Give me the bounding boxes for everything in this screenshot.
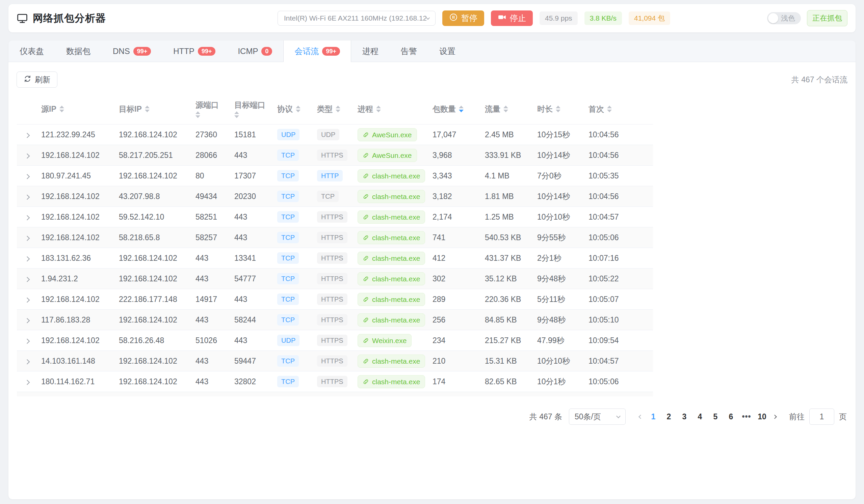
- process-badge[interactable]: AweSun.exe: [358, 128, 417, 142]
- interface-select[interactable]: Intel(R) Wi-Fi 6E AX211 160MHz (192.168.…: [277, 11, 435, 26]
- sort-carets-icon[interactable]: [59, 106, 64, 112]
- tab-ICMP[interactable]: ICMP0: [227, 40, 283, 62]
- column-header-traffic[interactable]: 流量: [481, 95, 533, 124]
- sort-carets-icon[interactable]: [376, 106, 381, 112]
- table-row[interactable]: 121.232.99.245192.168.124.1022736015181U…: [17, 124, 653, 145]
- expand-chevron-icon[interactable]: [24, 174, 30, 179]
- column-header-type[interactable]: 类型: [313, 95, 353, 124]
- refresh-button[interactable]: 刷新: [16, 72, 57, 88]
- tab-HTTP[interactable]: HTTP99+: [162, 40, 227, 62]
- sort-carets-icon[interactable]: [556, 106, 561, 112]
- column-header-src_ip[interactable]: 源IP: [37, 95, 115, 124]
- expand-chevron-icon[interactable]: [24, 133, 30, 138]
- column-header-duration[interactable]: 时长: [533, 95, 585, 124]
- stop-button[interactable]: 停止: [491, 11, 533, 26]
- cell-packets: 741: [429, 228, 481, 248]
- expand-cell: [17, 289, 37, 310]
- cell-type: HTTPS: [313, 248, 353, 269]
- table-row[interactable]: 192.168.124.10259.52.142.1058251443TCPHT…: [17, 207, 653, 228]
- expand-chevron-icon[interactable]: [24, 339, 30, 344]
- tab-告警[interactable]: 告警: [389, 40, 428, 62]
- prev-page-button[interactable]: [639, 415, 642, 418]
- sort-carets-icon[interactable]: [145, 106, 149, 112]
- tab-会话流[interactable]: 会话流99+: [283, 40, 351, 62]
- table-row[interactable]: 192.168.124.10243.207.98.84943420230TCPT…: [17, 186, 653, 207]
- cell-src_ip: 192.168.124.102: [37, 186, 115, 207]
- sort-carets-icon[interactable]: [296, 106, 300, 112]
- expand-chevron-icon[interactable]: [24, 276, 30, 282]
- expand-chevron-icon[interactable]: [24, 359, 30, 364]
- cell-src_port: 80: [191, 165, 230, 186]
- table-row[interactable]: 180.114.162.71192.168.124.10244332802TCP…: [17, 371, 653, 392]
- process-badge[interactable]: clash-meta.exe: [358, 231, 425, 244]
- tab-数据包[interactable]: 数据包: [55, 40, 101, 62]
- table-row[interactable]: 192.168.124.102222.186.177.14814917443TC…: [17, 289, 653, 310]
- column-header-packets[interactable]: 包数量: [429, 95, 481, 124]
- expand-chevron-icon[interactable]: [24, 380, 30, 385]
- expand-chevron-icon[interactable]: [24, 153, 30, 159]
- tab-设置[interactable]: 设置: [428, 40, 467, 62]
- column-header-protocol[interactable]: 协议: [273, 95, 313, 124]
- process-badge[interactable]: AweSun.exe: [358, 149, 417, 162]
- pause-button[interactable]: 暂停: [442, 11, 484, 26]
- page-size-select[interactable]: 50条/页: [569, 408, 626, 425]
- page-button-5[interactable]: 5: [708, 412, 723, 421]
- process-badge[interactable]: clash-meta.exe: [358, 169, 425, 183]
- process-badge[interactable]: clash-meta.exe: [358, 314, 425, 327]
- process-badge[interactable]: clash-meta.exe: [358, 355, 425, 368]
- page-button-10[interactable]: 10: [754, 412, 770, 421]
- page-button-4[interactable]: 4: [692, 412, 708, 421]
- sort-carets-icon[interactable]: [503, 106, 508, 112]
- page-button-1[interactable]: 1: [646, 412, 661, 421]
- next-page-button[interactable]: [773, 415, 776, 418]
- process-badge[interactable]: clash-meta.exe: [358, 272, 425, 285]
- expand-chevron-icon[interactable]: [24, 256, 30, 261]
- cell-packets: 174: [429, 371, 481, 392]
- goto-page-input[interactable]: [809, 408, 834, 425]
- table-row[interactable]: 192.168.124.10258.217.205.25128066443TCP…: [17, 145, 653, 165]
- expand-chevron-icon[interactable]: [24, 297, 30, 303]
- table-row[interactable]: 1.94.231.2192.168.124.10244354777TCPHTTP…: [17, 269, 653, 289]
- sort-carets-icon[interactable]: [459, 106, 464, 112]
- column-header-dst_ip[interactable]: 目标IP: [115, 95, 191, 124]
- process-badge[interactable]: clash-meta.exe: [358, 375, 425, 388]
- process-badge[interactable]: clash-meta.exe: [358, 252, 425, 265]
- expand-chevron-icon[interactable]: [24, 235, 30, 241]
- sort-carets-icon[interactable]: [336, 106, 340, 112]
- sort-carets-icon[interactable]: [234, 111, 239, 118]
- column-header-src_port[interactable]: 源端口: [191, 95, 230, 124]
- page-button-3[interactable]: 3: [676, 412, 692, 421]
- tab-进程[interactable]: 进程: [351, 40, 389, 62]
- table-row[interactable]: 117.86.183.28192.168.124.10244358244TCPH…: [17, 310, 653, 330]
- tab-仪表盘[interactable]: 仪表盘: [9, 40, 55, 62]
- cell-protocol: UDP: [273, 330, 313, 351]
- expand-chevron-icon[interactable]: [24, 215, 30, 220]
- process-badge[interactable]: clash-meta.exe: [358, 190, 425, 203]
- table-row[interactable]: 192.168.124.10258.218.65.858257443TCPHTT…: [17, 228, 653, 248]
- sort-carets-icon[interactable]: [195, 111, 200, 118]
- column-header-dst_port[interactable]: 目标端口: [230, 95, 273, 124]
- expand-cell: [17, 165, 37, 186]
- expand-chevron-icon[interactable]: [24, 194, 30, 200]
- table-row[interactable]: 180.97.241.45192.168.124.1028017307TCPHT…: [17, 165, 653, 186]
- table-row[interactable]: 183.131.62.36192.168.124.10244313341TCPH…: [17, 248, 653, 269]
- sort-carets-icon[interactable]: [607, 106, 612, 112]
- page-button-2[interactable]: 2: [661, 412, 676, 421]
- page-button-6[interactable]: 6: [723, 412, 739, 421]
- column-header-process[interactable]: 进程: [353, 95, 429, 124]
- column-header-first_seen[interactable]: 首次: [585, 95, 653, 124]
- cell-dst_ip: 192.168.124.102: [115, 124, 191, 145]
- tab-DNS[interactable]: DNS99+: [101, 40, 162, 62]
- table-row[interactable]: 192.168.124.10258.216.26.4851026443UDPHT…: [17, 330, 653, 351]
- process-badge[interactable]: Weixin.exe: [358, 334, 411, 347]
- pause-icon: [449, 13, 458, 24]
- table-row[interactable]: 14.103.161.148192.168.124.10244359447TCP…: [17, 351, 653, 371]
- cell-packets: 256: [429, 310, 481, 330]
- process-badge[interactable]: clash-meta.exe: [358, 210, 425, 224]
- cell-type: HTTPS: [313, 371, 353, 392]
- expand-chevron-icon[interactable]: [24, 318, 30, 323]
- cell-first_seen: 10:04:56: [585, 145, 653, 165]
- goto-suffix: 页: [839, 411, 847, 422]
- theme-toggle[interactable]: 浅色: [767, 12, 801, 24]
- process-badge[interactable]: clash-meta.exe: [358, 293, 425, 306]
